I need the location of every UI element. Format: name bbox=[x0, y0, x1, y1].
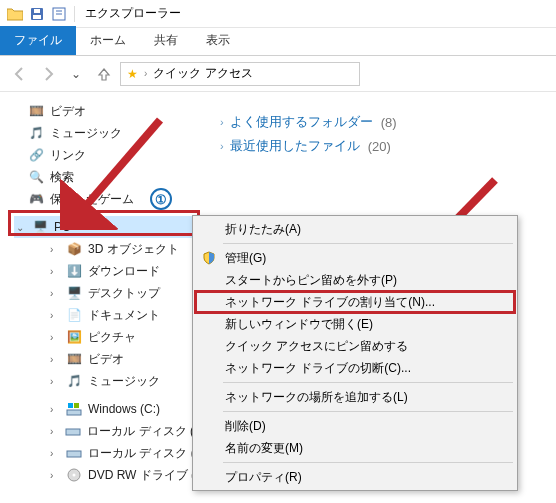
music-icon: 🎵 bbox=[28, 125, 44, 141]
svg-rect-1 bbox=[33, 15, 41, 19]
ctx-add-location[interactable]: ネットワークの場所を追加する(L) bbox=[195, 386, 515, 408]
drive-icon bbox=[65, 423, 81, 439]
chevron-right-icon[interactable]: › bbox=[50, 376, 60, 387]
group-count: (8) bbox=[381, 115, 397, 130]
tree-item-desktop[interactable]: ›🖥️デスクトップ bbox=[14, 282, 210, 304]
svg-rect-7 bbox=[68, 403, 73, 408]
chevron-right-icon: › bbox=[144, 68, 147, 79]
svg-rect-6 bbox=[67, 410, 81, 415]
tree-item-links[interactable]: 🔗リンク bbox=[14, 144, 210, 166]
chevron-right-icon[interactable]: › bbox=[50, 354, 60, 365]
windows-drive-icon bbox=[66, 401, 82, 417]
chevron-right-icon[interactable]: › bbox=[50, 404, 60, 415]
search-icon: 🔍 bbox=[28, 169, 44, 185]
pc-icon: 🖥️ bbox=[32, 219, 48, 235]
svg-rect-9 bbox=[66, 429, 80, 435]
ctx-disconnect-drive[interactable]: ネットワーク ドライブの切断(C)... bbox=[195, 357, 515, 379]
drive-icon bbox=[66, 445, 82, 461]
menu-separator bbox=[223, 243, 513, 244]
chevron-right-icon[interactable]: › bbox=[50, 266, 60, 277]
tree-item-music2[interactable]: ›🎵ミュージック bbox=[14, 370, 210, 392]
tab-share[interactable]: 共有 bbox=[140, 26, 192, 55]
svg-rect-2 bbox=[34, 9, 40, 13]
tree-item-search[interactable]: 🔍検索 bbox=[14, 166, 210, 188]
menu-separator bbox=[223, 462, 513, 463]
nav-tree: 🎞️ビデオ 🎵ミュージック 🔗リンク 🔍検索 🎮保存したゲーム ⌄ 🖥️ PC … bbox=[0, 92, 210, 503]
ctx-collapse[interactable]: 折りたたみ(A) bbox=[195, 218, 515, 240]
group-frequent[interactable]: › よく使用するフォルダー (8) bbox=[220, 110, 546, 134]
ctx-map-network-drive[interactable]: ネットワーク ドライブの割り当て(N)... bbox=[195, 291, 515, 313]
ctx-unpin-start[interactable]: スタートからピン留めを外す(P) bbox=[195, 269, 515, 291]
ctx-properties[interactable]: プロパティ(R) bbox=[195, 466, 515, 488]
ctx-new-window[interactable]: 新しいウィンドウで開く(E) bbox=[195, 313, 515, 335]
tree-item-drive-d[interactable]: ›ローカル ディスク (D:) bbox=[14, 420, 210, 442]
forward-button[interactable] bbox=[36, 62, 60, 86]
recent-dropdown[interactable]: ⌄ bbox=[64, 62, 88, 86]
chevron-right-icon[interactable]: › bbox=[50, 470, 60, 481]
tree-item-pictures[interactable]: ›🖼️ピクチャ bbox=[14, 326, 210, 348]
ctx-pin-quick[interactable]: クイック アクセスにピン留めする bbox=[195, 335, 515, 357]
ctx-rename[interactable]: 名前の変更(M) bbox=[195, 437, 515, 459]
cube-icon: 📦 bbox=[66, 241, 82, 257]
address-bar: ⌄ ★ › クイック アクセス bbox=[0, 56, 556, 92]
back-button[interactable] bbox=[8, 62, 32, 86]
tree-item-downloads[interactable]: ›⬇️ダウンロード bbox=[14, 260, 210, 282]
chevron-right-icon: › bbox=[220, 116, 224, 128]
tree-item-3dobjects[interactable]: ›📦3D オブジェクト bbox=[14, 238, 210, 260]
separator bbox=[74, 6, 75, 22]
tab-file[interactable]: ファイル bbox=[0, 26, 76, 55]
tree-item-drive-c[interactable]: ›Windows (C:) bbox=[14, 398, 210, 420]
chevron-right-icon[interactable]: › bbox=[50, 244, 60, 255]
chevron-right-icon[interactable]: › bbox=[50, 448, 60, 459]
document-icon: 📄 bbox=[66, 307, 82, 323]
svg-rect-10 bbox=[67, 451, 81, 457]
tree-item-videos[interactable]: 🎞️ビデオ bbox=[14, 100, 210, 122]
tab-view[interactable]: 表示 bbox=[192, 26, 244, 55]
svg-rect-8 bbox=[74, 403, 79, 408]
tree-item-drive-f[interactable]: ›DVD RW ドライブ (F:) bbox=[14, 464, 210, 486]
quickaccess-icon: ★ bbox=[127, 67, 138, 81]
svg-point-12 bbox=[73, 474, 76, 477]
window-title: エクスプローラー bbox=[85, 5, 181, 22]
tree-item-videos2[interactable]: ›🎞️ビデオ bbox=[14, 348, 210, 370]
titlebar: エクスプローラー bbox=[0, 0, 556, 28]
breadcrumb[interactable]: ★ › クイック アクセス bbox=[120, 62, 360, 86]
chevron-right-icon[interactable]: › bbox=[50, 288, 60, 299]
tree-item-music[interactable]: 🎵ミュージック bbox=[14, 122, 210, 144]
game-icon: 🎮 bbox=[28, 191, 44, 207]
tree-item-pc[interactable]: ⌄ 🖥️ PC bbox=[14, 216, 210, 238]
tree-item-documents[interactable]: ›📄ドキュメント bbox=[14, 304, 210, 326]
download-icon: ⬇️ bbox=[66, 263, 82, 279]
desktop-icon: 🖥️ bbox=[66, 285, 82, 301]
group-recent[interactable]: › 最近使用したファイル (20) bbox=[220, 134, 546, 158]
menu-separator bbox=[223, 382, 513, 383]
context-menu: 折りたたみ(A) 管理(G) スタートからピン留めを外す(P) ネットワーク ド… bbox=[192, 215, 518, 491]
music-icon: 🎵 bbox=[66, 373, 82, 389]
folder-icon bbox=[6, 5, 24, 23]
picture-icon: 🖼️ bbox=[66, 329, 82, 345]
chevron-right-icon[interactable]: › bbox=[50, 310, 60, 321]
dvd-drive-icon bbox=[66, 467, 82, 483]
group-count: (20) bbox=[368, 139, 391, 154]
chevron-down-icon[interactable]: ⌄ bbox=[16, 222, 26, 233]
film-icon: 🎞️ bbox=[66, 351, 82, 367]
film-icon: 🎞️ bbox=[28, 103, 44, 119]
ctx-manage[interactable]: 管理(G) bbox=[195, 247, 515, 269]
chevron-right-icon[interactable]: › bbox=[50, 426, 59, 437]
chevron-right-icon: › bbox=[220, 140, 224, 152]
menu-separator bbox=[223, 411, 513, 412]
tree-item-drive-e[interactable]: ›ローカル ディスク (E:) bbox=[14, 442, 210, 464]
group-label: 最近使用したファイル bbox=[230, 137, 360, 155]
save-icon[interactable] bbox=[28, 5, 46, 23]
ctx-delete[interactable]: 削除(D) bbox=[195, 415, 515, 437]
tree-item-savedgames[interactable]: 🎮保存したゲーム bbox=[14, 188, 210, 210]
up-button[interactable] bbox=[92, 62, 116, 86]
chevron-right-icon[interactable]: › bbox=[50, 332, 60, 343]
group-label: よく使用するフォルダー bbox=[230, 113, 373, 131]
ribbon: ファイル ホーム 共有 表示 bbox=[0, 28, 556, 56]
tab-home[interactable]: ホーム bbox=[76, 26, 140, 55]
props-icon[interactable] bbox=[50, 5, 68, 23]
link-icon: 🔗 bbox=[28, 147, 44, 163]
breadcrumb-label: クイック アクセス bbox=[153, 65, 252, 82]
shield-icon bbox=[201, 250, 217, 266]
